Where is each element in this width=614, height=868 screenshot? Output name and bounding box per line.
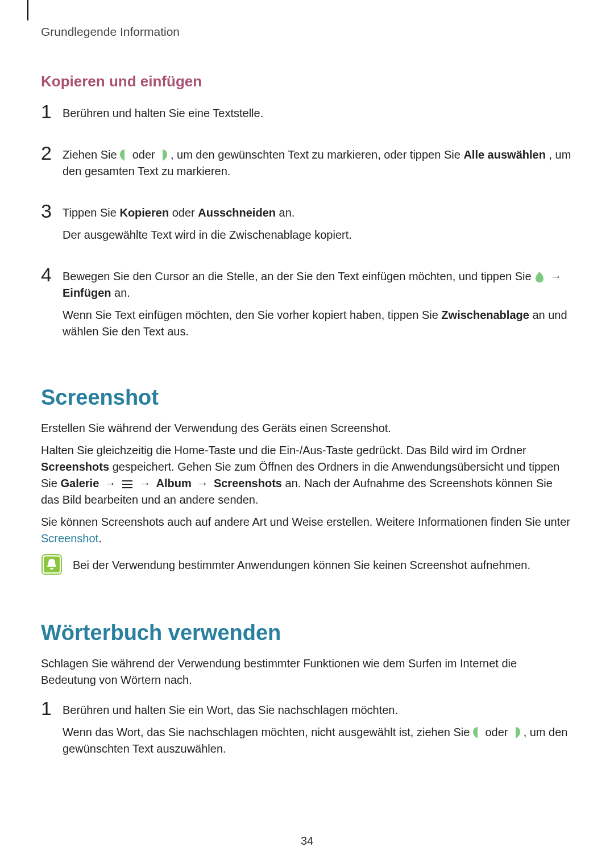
step-1: 1 Berühren und halten Sie ein Wort, das …: [41, 699, 573, 763]
heading-dictionary: Wörterbuch verwenden: [41, 621, 573, 645]
top-margin-mark: [27, 0, 28, 20]
arrow-icon: →: [194, 475, 210, 492]
step-number: 4: [41, 265, 53, 284]
step-body: Berühren und halten Sie eine Textstelle.: [63, 102, 263, 127]
selection-handle-left-icon: [473, 727, 482, 738]
text-fragment: Bewegen Sie den Cursor an die Stelle, an…: [63, 270, 534, 283]
step-body: Tippen Sie Kopieren oder Ausschneiden an…: [63, 201, 352, 249]
step-3: 3 Tippen Sie Kopieren oder Ausschneiden …: [41, 201, 573, 249]
arrow-icon: →: [137, 475, 153, 492]
paragraph: Schlagen Sie während der Verwendung best…: [41, 655, 573, 688]
paragraph: Halten Sie gleichzeitig die Home-Taste u…: [41, 442, 573, 508]
bold-text: Galerie: [60, 477, 99, 489]
step-body: Bewegen Sie den Cursor an die Stelle, an…: [63, 265, 573, 346]
bold-text: Einfügen: [63, 286, 111, 299]
menu-icon: [121, 480, 134, 489]
page-number: 34: [0, 834, 614, 848]
steps-dictionary: 1 Berühren und halten Sie ein Wort, das …: [41, 699, 573, 763]
step-number: 2: [41, 143, 53, 163]
step-text: Berühren und halten Sie ein Wort, das Si…: [63, 702, 573, 719]
text-fragment: .: [98, 532, 102, 545]
step-text: Ziehen Sie oder , um den gewünschten Tex…: [63, 147, 573, 180]
selection-handle-right-icon: [511, 727, 520, 738]
text-fragment: oder: [485, 726, 511, 738]
note-row: Bei der Verwendung bestimmter Anwendunge…: [41, 554, 573, 575]
step-text: Wenn Sie Text einfügen möchten, den Sie …: [63, 307, 573, 340]
step-text: Tippen Sie Kopieren oder Ausschneiden an…: [63, 205, 352, 221]
step-1: 1 Berühren und halten Sie eine Textstell…: [41, 102, 573, 127]
bold-text: Album: [156, 477, 192, 489]
steps-copy-paste: 1 Berühren und halten Sie eine Textstell…: [41, 102, 573, 346]
note-text: Bei der Verwendung bestimmter Anwendunge…: [73, 554, 530, 574]
bold-text: Screenshots: [214, 477, 282, 489]
text-fragment: oder: [132, 148, 159, 161]
text-fragment: an.: [114, 286, 130, 299]
bold-text: Alle auswählen: [463, 148, 546, 161]
text-fragment: oder: [172, 206, 198, 219]
link-screenshot[interactable]: Screenshot: [41, 532, 98, 545]
arrow-icon: →: [548, 268, 564, 285]
step-text: Wenn das Wort, das Sie nachschlagen möch…: [63, 724, 573, 757]
step-body: Ziehen Sie oder , um den gewünschten Tex…: [63, 143, 573, 185]
step-text: Berühren und halten Sie eine Textstelle.: [63, 105, 263, 122]
bold-text: Zwischenablage: [441, 309, 529, 321]
bold-text: Ausschneiden: [198, 206, 276, 219]
text-fragment: Sie können Screenshots auch auf andere A…: [41, 516, 570, 528]
text-fragment: , um den gewünschten Text zu markieren, …: [171, 148, 463, 161]
note-badge-icon: [41, 554, 63, 575]
step-2: 2 Ziehen Sie oder , um den gewünschten T…: [41, 143, 573, 185]
step-number: 1: [41, 699, 53, 718]
step-number: 1: [41, 102, 53, 121]
cursor-drop-icon: [534, 271, 545, 283]
selection-handle-left-icon: [120, 149, 129, 161]
bold-text: Screenshots: [41, 460, 109, 473]
document-page: Grundlegende Information Kopieren und ei…: [0, 0, 614, 868]
paragraph: Erstellen Sie während der Verwendung des…: [41, 420, 573, 437]
page-header: Grundlegende Information: [41, 25, 573, 39]
text-fragment: Tippen Sie: [63, 206, 119, 219]
text-fragment: Wenn das Wort, das Sie nachschlagen möch…: [63, 726, 473, 738]
subheading-copy-paste: Kopieren und einfügen: [41, 73, 573, 90]
step-body: Berühren und halten Sie ein Wort, das Si…: [63, 699, 573, 763]
arrow-icon: →: [102, 475, 118, 492]
step-number: 3: [41, 201, 53, 221]
step-text: Der ausgewählte Text wird in die Zwische…: [63, 227, 352, 243]
text-fragment: an.: [279, 206, 295, 219]
heading-screenshot: Screenshot: [41, 385, 573, 410]
step-text: Bewegen Sie den Cursor an die Stelle, an…: [63, 268, 573, 301]
step-4: 4 Bewegen Sie den Cursor an die Stelle, …: [41, 265, 573, 346]
bold-text: Kopieren: [119, 206, 169, 219]
selection-handle-right-icon: [158, 149, 167, 161]
text-fragment: Halten Sie gleichzeitig die Home-Taste u…: [41, 444, 526, 456]
paragraph: Sie können Screenshots auch auf andere A…: [41, 514, 573, 547]
text-fragment: Wenn Sie Text einfügen möchten, den Sie …: [63, 309, 441, 321]
text-fragment: Ziehen Sie: [63, 148, 120, 161]
